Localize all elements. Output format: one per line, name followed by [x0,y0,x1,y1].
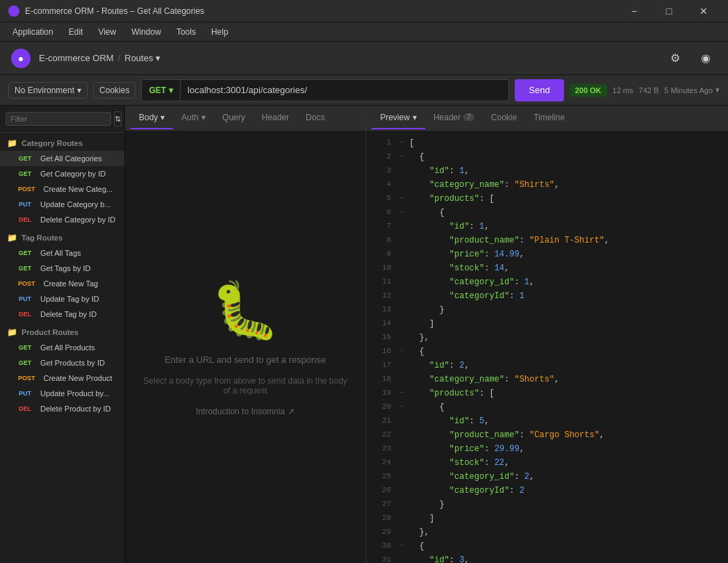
tab-timeline[interactable]: Timeline [525,107,573,129]
menu-tools[interactable]: Tools [169,24,203,40]
tab-response-header[interactable]: Header 7 [425,107,483,129]
tab-header[interactable]: Header [254,107,297,129]
category-routes-label: Category Routes [22,139,83,147]
product-routes-label: Product Routes [22,328,78,336]
json-line: 2 - { [366,150,728,164]
method-badge-del: DEL [15,405,35,413]
tag-routes-group: 📁 Tag Routes GET Get All Tags GET Get Ta… [0,227,124,322]
item-label: Create New Categ... [44,185,113,193]
breadcrumb: E-commerce ORM / Routes ▾ [39,53,160,63]
tab-cookie[interactable]: Cookie [483,107,525,129]
menu-edit[interactable]: Edit [62,24,90,40]
settings-button[interactable]: ⚙ [664,47,686,70]
current-route[interactable]: Routes ▾ [124,53,160,63]
item-label: Create New Product [44,374,113,382]
toolbar: No Environment ▾ Cookies GET ▾ Send 200 … [0,75,728,106]
method-selector[interactable]: GET ▾ [142,80,181,101]
sidebar-item-get-products-by-id[interactable]: GET Get Products by ID [0,355,124,370]
time-ago[interactable]: 5 Minutes Ago ▾ [664,85,720,95]
environment-selector[interactable]: No Environment ▾ [8,82,88,99]
sidebar-item-create-new-product[interactable]: POST Create New Product [0,370,124,386]
window-title: E-commerce ORM - Routes – Get All Catego… [25,6,613,16]
tag-routes-header[interactable]: 📁 Tag Routes [0,227,124,245]
json-line: 8 "product_name": "Plain T-Shirt", [366,234,728,247]
json-line: 15 }, [366,331,728,345]
menu-application[interactable]: Application [6,24,60,40]
close-button[interactable]: ✕ [688,0,720,22]
tab-docs[interactable]: Docs [297,107,333,129]
json-line: 18 "category_name": "Shorts", [366,373,728,386]
filter-sort-button[interactable]: ⇅ [114,111,122,127]
tab-preview[interactable]: Preview ▾ [372,107,425,129]
sidebar-item-update-category[interactable]: PUT Update Category b... [0,197,124,212]
tab-auth[interactable]: Auth ▾ [173,107,214,129]
json-line: 11 "category_id": 1, [366,275,728,289]
body-hint-1: Enter a URL and send to get a response [165,354,326,365]
user-button[interactable]: ◉ [695,47,717,70]
folder-icon: 📁 [7,327,17,337]
method-badge-put: PUT [15,389,35,398]
intro-link[interactable]: Introduction to Insomnia ↗ [196,407,295,416]
product-routes-header[interactable]: 📁 Product Routes [0,322,124,340]
item-label: Create New Tag [44,279,99,288]
send-button[interactable]: Send [515,79,563,101]
json-line: 27 } [366,498,728,512]
sidebar-item-delete-product[interactable]: DEL Delete Product by ID [0,401,124,416]
category-routes-header[interactable]: 📁 Category Routes [0,133,124,151]
sidebar-item-get-category-by-id[interactable]: GET Get Category by ID [0,166,124,181]
minimize-button[interactable]: − [618,0,650,22]
url-input[interactable] [181,80,508,101]
product-routes-group: 📁 Product Routes GET Get All Products GE… [0,322,124,416]
sidebar-item-delete-category[interactable]: DEL Delete Category by ID [0,212,124,227]
response-panel: Preview ▾ Header 7 Cookie Timeline [366,106,728,563]
external-link-icon: ↗ [288,407,295,416]
json-line: 1 - [ [366,136,728,150]
split-pane: Body ▾ Auth ▾ Query Header Docs [125,106,728,563]
item-label: Update Product by... [40,389,109,398]
tab-query[interactable]: Query [214,107,254,129]
bug-icon: 🐛 [210,278,280,343]
menu-window[interactable]: Window [124,24,168,40]
item-label: Update Category b... [40,200,111,209]
item-label: Get All Tags [40,249,81,257]
json-line: 24 "stock": 22, [366,456,728,470]
tab-body[interactable]: Body ▾ [131,107,173,129]
sidebar-item-update-product[interactable]: PUT Update Product by... [0,386,124,401]
sidebar-item-create-new-category[interactable]: POST Create New Categ... [0,181,124,197]
json-line: 5 - "products": [ [366,192,728,206]
breadcrumb-separator: / [118,53,121,63]
method-badge-get: GET [15,343,35,352]
json-line: 7 "id": 1, [366,220,728,234]
response-tabs: Preview ▾ Header 7 Cookie Timeline [366,106,728,131]
method-badge-put: PUT [15,200,35,209]
cookies-button[interactable]: Cookies [93,82,135,99]
menu-view[interactable]: View [91,24,123,40]
json-line: 22 "product_name": "Cargo Shorts", [366,428,728,442]
method-badge-post: POST [15,374,38,382]
json-line: 29 }, [366,525,728,539]
sidebar-item-delete-tag[interactable]: DEL Delete Tag by ID [0,307,124,322]
item-label: Update Tag by ID [40,295,99,303]
method-badge-put: PUT [15,295,35,303]
sidebar-item-get-tags-by-id[interactable]: GET Get Tags by ID [0,261,124,276]
window-controls: − □ ✕ [618,0,720,22]
json-line: 12 "categoryId": 1 [366,289,728,303]
item-label: Delete Product by ID [40,405,111,413]
sidebar-item-create-new-tag[interactable]: POST Create New Tag [0,276,124,291]
tab-docs-label: Docs [306,113,324,122]
tab-preview-dropdown: ▾ [413,113,417,122]
json-line: 30 - { [366,539,728,553]
json-line: 3 "id": 1, [366,164,728,178]
sidebar-item-get-all-categories[interactable]: GET Get All Categories [0,151,124,166]
maximize-button[interactable]: □ [653,0,685,22]
json-line: 26 "categoryId": 2 [366,484,728,498]
menu-help[interactable]: Help [204,24,235,40]
request-tabs: Body ▾ Auth ▾ Query Header Docs [125,106,365,131]
item-label: Get Category by ID [40,170,106,178]
method-badge-get: GET [15,249,35,257]
sidebar-item-update-tag[interactable]: PUT Update Tag by ID [0,291,124,307]
filter-input[interactable] [6,112,111,126]
sidebar-item-get-all-products[interactable]: GET Get All Products [0,340,124,355]
sidebar-item-get-all-tags[interactable]: GET Get All Tags [0,245,124,261]
method-badge-get: GET [15,154,35,163]
